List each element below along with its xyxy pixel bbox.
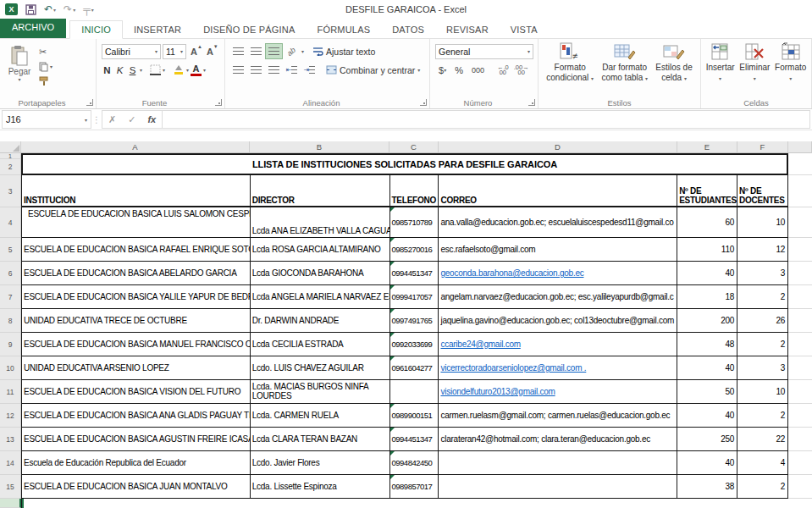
orientation-dropdown-icon[interactable]: ▾ bbox=[301, 48, 304, 54]
cell-A9[interactable]: ESCUELA DE EDUCACION BASICA MANUEL FRANC… bbox=[22, 333, 251, 356]
row-header-15[interactable]: 15 bbox=[0, 475, 21, 499]
cell-F4[interactable]: 10 bbox=[737, 207, 788, 238]
cell-C14[interactable]: 0994842450 bbox=[390, 451, 439, 475]
cell-C12[interactable]: 0989900151 bbox=[390, 404, 439, 428]
cell-A4[interactable]: ESCUELA DE EDUCACION BASICA LUIS SALOMON… bbox=[22, 207, 251, 238]
row-header-7[interactable]: 7 bbox=[0, 285, 21, 309]
row-header-10[interactable]: 10 bbox=[0, 356, 21, 380]
cell-F13[interactable]: 22 bbox=[737, 428, 788, 451]
cell-B14[interactable]: Lcdo. Javier Flores bbox=[251, 451, 390, 475]
cell-C7[interactable]: 0999417057 bbox=[390, 285, 439, 309]
insert-function-button[interactable]: fx bbox=[141, 114, 162, 124]
tab-diseno-de-pagina[interactable]: DISEÑO DE PÁGINA bbox=[192, 21, 306, 38]
tab-formulas[interactable]: FÓRMULAS bbox=[306, 21, 381, 38]
fill-color-dropdown-icon[interactable]: ▾ bbox=[186, 67, 189, 73]
underline-button[interactable]: S bbox=[127, 65, 138, 75]
comma-style-button[interactable]: 000 bbox=[468, 66, 488, 75]
cell-E12[interactable]: 40 bbox=[677, 404, 737, 428]
align-right-button[interactable] bbox=[266, 63, 282, 77]
row-header-3[interactable]: 3 bbox=[0, 175, 21, 207]
cell-D15[interactable] bbox=[439, 475, 677, 499]
name-box[interactable]: J16 ▾ bbox=[2, 110, 91, 129]
name-box-resizer[interactable]: ⋮ bbox=[91, 109, 102, 130]
formula-input[interactable] bbox=[163, 110, 810, 129]
row-header-12[interactable]: 12 bbox=[0, 404, 21, 428]
tab-datos[interactable]: DATOS bbox=[381, 21, 435, 38]
cell-D14[interactable] bbox=[439, 451, 677, 475]
cell-B5[interactable]: Lcda ROSA GARCIA ALTAMIRANO bbox=[251, 238, 390, 262]
cell-B9[interactable]: Lcda CECILIA ESTRADA bbox=[251, 333, 390, 356]
cell-E8[interactable]: 200 bbox=[677, 309, 737, 333]
cell-E5[interactable]: 110 bbox=[677, 238, 737, 262]
cell-B15[interactable]: Lcda. Lissette Espinoza bbox=[251, 475, 390, 499]
font-name-select[interactable]: Calibri▾ bbox=[102, 44, 161, 59]
cell-E7[interactable]: 18 bbox=[677, 285, 737, 309]
cell-E14[interactable]: 40 bbox=[677, 451, 737, 475]
cell-F15[interactable]: 2 bbox=[737, 475, 788, 499]
cell-C10[interactable]: 0961604277 bbox=[390, 356, 439, 380]
font-dialog-launcher[interactable] bbox=[215, 99, 222, 106]
header-num-docentes[interactable]: Nº DE DOCENTES bbox=[737, 175, 788, 207]
header-correo[interactable]: CORREO bbox=[439, 175, 677, 207]
cell-D7[interactable]: angelam.narvaez@educacion.gob.ec; esc.ya… bbox=[439, 285, 677, 309]
copy-button[interactable]: ▾ bbox=[39, 61, 52, 72]
bold-button[interactable]: N bbox=[102, 65, 113, 75]
header-telefono[interactable]: TELEFONO bbox=[390, 175, 439, 207]
column-header-E[interactable]: E bbox=[677, 141, 737, 153]
cell-B13[interactable]: Lcda CLARA TERAN BAZAN bbox=[251, 428, 390, 451]
cell-B11[interactable]: Lcda. MACIAS BURGOS NINFA LOURDES bbox=[251, 380, 390, 404]
confirm-entry-button[interactable]: ✓ bbox=[122, 114, 141, 125]
header-director[interactable]: DIRECTOR bbox=[251, 175, 390, 207]
increase-font-button[interactable]: A▲ bbox=[191, 47, 202, 57]
increase-decimal-button[interactable]: ←.000 bbox=[495, 65, 511, 75]
row-header-2[interactable]: 2 bbox=[0, 159, 21, 175]
row-header-4[interactable]: 4 bbox=[0, 207, 21, 238]
redo-button[interactable]: ↷▾ bbox=[64, 3, 75, 15]
cell-B10[interactable]: Lcdo. LUIS CHAVEZ AGUILAR bbox=[251, 356, 390, 380]
align-top-button[interactable] bbox=[230, 44, 246, 58]
email-link[interactable]: geoconda.barahona@educacion.gob.ec bbox=[440, 268, 583, 278]
increase-indent-button[interactable]: ⇥ bbox=[301, 63, 318, 77]
align-center-button[interactable] bbox=[248, 63, 264, 77]
number-format-select[interactable]: General▾ bbox=[435, 44, 533, 59]
fill-color-button[interactable] bbox=[173, 64, 185, 75]
align-left-button[interactable] bbox=[230, 63, 246, 77]
cell-C11[interactable] bbox=[390, 380, 439, 404]
select-all-corner[interactable] bbox=[0, 141, 21, 153]
orientation-button[interactable]: ab bbox=[284, 44, 300, 58]
borders-button[interactable] bbox=[150, 64, 161, 75]
tab-insertar[interactable]: INSERTAR bbox=[123, 21, 192, 38]
cell-D10[interactable]: vicerrectoradoarseniolopez@gmail.com . bbox=[439, 356, 677, 380]
row-header-11[interactable]: 11 bbox=[0, 380, 21, 404]
cell-D5[interactable]: esc.rafaelsoto@gmail.com bbox=[439, 238, 677, 262]
cell-D4[interactable]: ana.valla@educacion.gob.ec; escuelaluisc… bbox=[439, 207, 677, 238]
row-header-9[interactable]: 9 bbox=[0, 333, 21, 356]
header-num-estudiantes[interactable]: Nº DE ESTUDIANTES bbox=[677, 175, 737, 207]
wrap-text-button[interactable]: Ajustar texto bbox=[312, 47, 375, 57]
cell-E4[interactable]: 60 bbox=[677, 207, 737, 238]
align-middle-button[interactable] bbox=[248, 44, 264, 58]
tab-archivo[interactable]: ARCHIVO bbox=[0, 19, 66, 38]
cell-B8[interactable]: Dr. DARWIN ANDRADE bbox=[251, 309, 390, 333]
cell-C6[interactable]: 0994451347 bbox=[390, 262, 439, 285]
column-header-A[interactable]: A bbox=[21, 141, 250, 153]
column-header-F[interactable]: F bbox=[737, 141, 788, 153]
cell-A13[interactable]: ESCUELA DE EDUCACION BASICA AGUSTIN FREI… bbox=[22, 428, 251, 451]
cell-A15[interactable]: ESCUELA DE EDUCACION BASICA JUAN MONTALV… bbox=[22, 475, 251, 499]
format-painter-button[interactable] bbox=[39, 75, 52, 86]
currency-button[interactable]: $▾ bbox=[435, 65, 450, 75]
font-size-select[interactable]: 11▾ bbox=[163, 44, 186, 59]
cell-E10[interactable]: 40 bbox=[677, 356, 737, 380]
cut-button[interactable]: ✂ bbox=[39, 47, 52, 58]
clipboard-dialog-launcher[interactable] bbox=[86, 99, 93, 106]
name-box-dropdown-icon[interactable]: ▾ bbox=[85, 117, 87, 123]
cell-A5[interactable]: ESCUELA DE EDUCACION BASICA RAFAEL ENRIQ… bbox=[22, 238, 251, 262]
cell-D12[interactable]: carmen.ruelasm@gmail.com; carmen.ruelas@… bbox=[439, 404, 677, 428]
cell-C13[interactable]: 0994451347 bbox=[390, 428, 439, 451]
decrease-indent-button[interactable]: ⇤ bbox=[284, 63, 300, 77]
cell-D6[interactable]: geoconda.barahona@educacion.gob.ec bbox=[439, 262, 677, 285]
cell-E11[interactable]: 50 bbox=[677, 380, 737, 404]
cell-E6[interactable]: 40 bbox=[677, 262, 737, 285]
customize-qat-button[interactable]: ╤▾ bbox=[83, 3, 94, 15]
cell-A10[interactable]: UNIDAD EDUCATIVA ARSENIO LOPEZ bbox=[22, 356, 251, 380]
